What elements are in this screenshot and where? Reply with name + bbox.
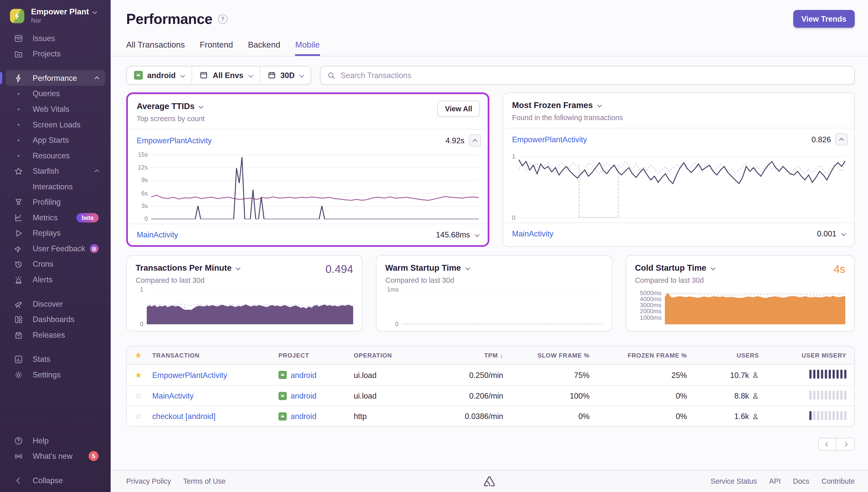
- chevron-right-icon: [843, 442, 848, 447]
- sidebar-item-label: Metrics: [33, 213, 58, 222]
- sidebar-item-user-feedback[interactable]: User FeedbackB: [5, 241, 105, 256]
- search-transactions-field[interactable]: [320, 66, 855, 85]
- table-row: ★EmpowerPlantActivityandroidui.load0.250…: [127, 365, 854, 385]
- next-page-button[interactable]: [837, 438, 855, 451]
- transaction-link[interactable]: EmpowerPlantActivity: [512, 135, 587, 144]
- sidebar-item-what-s-new[interactable]: What's new5: [5, 448, 105, 464]
- sidebar-item-alerts[interactable]: Alerts: [5, 272, 105, 287]
- sidebar-item-dashboards[interactable]: Dashboards: [5, 312, 105, 327]
- column-header-user-misery[interactable]: USER MISERY: [768, 352, 854, 359]
- page-filter-control: androidAll Envs30D: [126, 66, 311, 85]
- warm-startup-title[interactable]: Warm Startup Time: [385, 263, 603, 272]
- expand-button[interactable]: [842, 232, 845, 235]
- tab-backend[interactable]: Backend: [248, 40, 280, 56]
- search-input[interactable]: [340, 71, 848, 79]
- chevron-down-icon: [199, 104, 204, 108]
- transaction-link[interactable]: EmpowerPlantActivity: [152, 371, 227, 379]
- cold-startup-title[interactable]: Cold Startup Time: [635, 263, 845, 272]
- chevron-down-icon: [180, 73, 185, 78]
- sidebar-item-crons[interactable]: Crons: [5, 256, 105, 272]
- sidebar-item-help[interactable]: Help: [5, 433, 105, 448]
- footer-link-docs[interactable]: Docs: [793, 477, 809, 486]
- project-link[interactable]: android: [290, 391, 316, 400]
- sidebar-item-label: App Starts: [33, 136, 69, 145]
- chevron-up-icon: [95, 169, 99, 174]
- page-help-icon[interactable]: ?: [218, 14, 227, 23]
- collapse-button[interactable]: [469, 134, 481, 147]
- sidebar-item-queries[interactable]: Queries: [5, 86, 105, 101]
- sidebar-item-stats[interactable]: Stats: [5, 351, 105, 367]
- expand-button[interactable]: [476, 233, 479, 236]
- filter-android[interactable]: android: [127, 67, 192, 84]
- column-header-users[interactable]: USERS: [696, 352, 768, 359]
- column-header-tpm[interactable]: TPM ↓: [442, 352, 512, 359]
- view-trends-button[interactable]: View Trends: [793, 10, 854, 28]
- column-header-operation[interactable]: OPERATION: [352, 352, 442, 359]
- column-header-frozen-frame[interactable]: FROZEN FRAME %: [598, 352, 696, 359]
- sidebar-item-resources[interactable]: Resources: [5, 148, 105, 164]
- transaction-link[interactable]: MainActivity: [512, 229, 553, 238]
- operation-cell: ui.load: [352, 371, 442, 379]
- frozen-frame-cell: 0%: [598, 391, 696, 400]
- star-icon: [14, 166, 23, 176]
- sidebar-item-web-vitals[interactable]: Web Vitals: [5, 101, 105, 117]
- sidebar-item-label: Collapse: [33, 476, 63, 485]
- y-tick-label: 9s: [142, 177, 148, 183]
- tpm-title[interactable]: Transactions Per Minute: [136, 263, 353, 272]
- frozen-frames-subtitle: Found in the following transactions: [512, 114, 845, 122]
- star-toggle[interactable]: ☆: [127, 391, 150, 401]
- star-toggle[interactable]: ☆: [127, 411, 150, 421]
- footer-link-api[interactable]: API: [769, 477, 781, 486]
- frozen-frames-title[interactable]: Most Frozen Frames: [512, 100, 845, 109]
- sidebar-item-projects[interactable]: Projects: [5, 46, 105, 62]
- cold-startup-value: 4s: [834, 263, 845, 276]
- footer-link-terms-of-use[interactable]: Terms of Use: [183, 477, 226, 486]
- tab-mobile[interactable]: Mobile: [295, 40, 320, 56]
- transaction-link[interactable]: EmpowerPlantActivity: [137, 136, 212, 145]
- footer-link-privacy-policy[interactable]: Privacy Policy: [126, 477, 171, 486]
- sidebar-item-releases[interactable]: Releases: [5, 327, 105, 343]
- sidebar-item-replays[interactable]: Replays: [5, 225, 105, 241]
- transaction-link[interactable]: MainActivity: [137, 230, 178, 239]
- sidebar-item-discover[interactable]: Discover: [5, 296, 105, 312]
- avg-ttids-title[interactable]: Average TTIDs: [137, 101, 479, 110]
- transaction-link[interactable]: MainActivity: [152, 391, 194, 400]
- sidebar-item-label: User Feedback: [33, 244, 85, 253]
- sidebar-item-interactions[interactable]: Interactions: [5, 179, 105, 194]
- operation-cell: http: [352, 412, 442, 420]
- column-header-project[interactable]: PROJECT: [276, 352, 352, 359]
- sidebar-nav: IssuesProjectsPerformanceQueriesWeb Vita…: [0, 30, 111, 383]
- project-link[interactable]: android: [290, 371, 316, 379]
- filter-30d[interactable]: 30D: [259, 67, 311, 84]
- tpm-panel: Transactions Per Minute 0.494 Compared t…: [126, 255, 362, 331]
- footer-link-service-status[interactable]: Service Status: [711, 477, 757, 486]
- view-all-button[interactable]: View All: [437, 101, 480, 117]
- footer-link-contribute[interactable]: Contribute: [821, 477, 854, 486]
- sidebar-item-profiling[interactable]: Profiling: [5, 194, 105, 210]
- sidebar-item-collapse[interactable]: Collapse: [5, 473, 105, 488]
- pagination: [818, 438, 854, 451]
- column-header-transaction[interactable]: TRANSACTION: [150, 352, 276, 359]
- y-tick-label: 0: [145, 215, 148, 222]
- tab-frontend[interactable]: Frontend: [200, 40, 233, 56]
- sidebar-item-label: Projects: [33, 49, 61, 58]
- sidebar-item-settings[interactable]: Settings: [5, 367, 105, 383]
- transaction-link[interactable]: checkout [android]: [152, 412, 216, 420]
- star-toggle[interactable]: ★: [127, 370, 150, 380]
- filter-all-envs[interactable]: All Envs: [192, 67, 259, 84]
- tab-all-transactions[interactable]: All Transactions: [126, 40, 185, 56]
- org-switcher[interactable]: Empower Plant Nar: [0, 0, 111, 24]
- project-link[interactable]: android: [290, 412, 316, 420]
- collapse-button[interactable]: [835, 133, 847, 146]
- sidebar-item-performance[interactable]: Performance: [5, 70, 105, 86]
- column-header-slow-frame[interactable]: SLOW FRAME %: [512, 352, 598, 359]
- project-cell: android: [276, 391, 352, 400]
- y-tick-label: 5000ms: [640, 289, 662, 296]
- tpm-cell: 0.0386/min: [442, 412, 512, 420]
- sidebar-item-screen-loads[interactable]: Screen Loads: [5, 117, 105, 132]
- prev-page-button[interactable]: [818, 438, 837, 451]
- sidebar-item-starfish[interactable]: Starfish: [5, 163, 105, 179]
- sidebar-item-issues[interactable]: Issues: [5, 30, 105, 46]
- sidebar-item-app-starts[interactable]: App Starts: [5, 132, 105, 148]
- sidebar-item-metrics[interactable]: Metricsbeta: [5, 210, 105, 225]
